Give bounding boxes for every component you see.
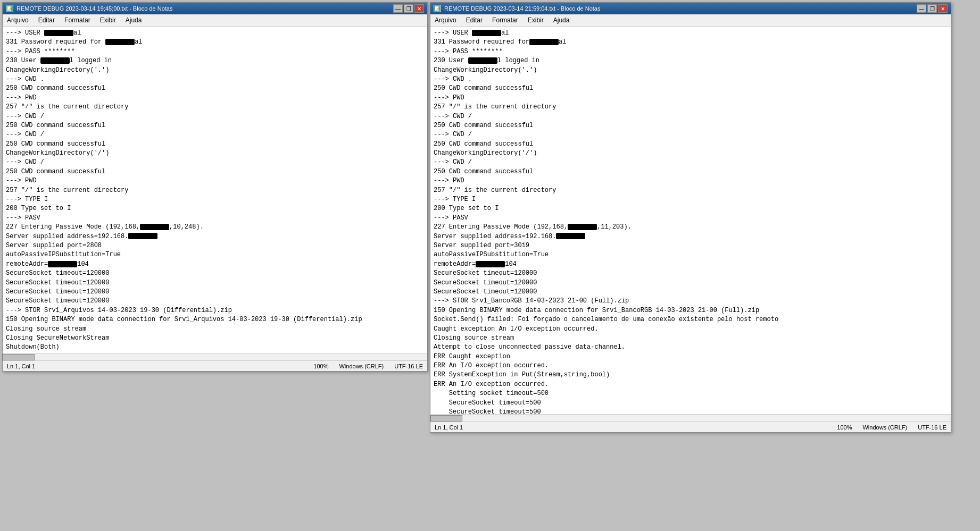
title-bar-left: 📝 REMOTE DEBUG 2023-03-14 19;45;00.txt -… [3, 3, 427, 14]
menu-ajuda-right[interactable]: Ajuda [551, 15, 572, 25]
menu-exibir-left[interactable]: Exibir [98, 15, 118, 25]
menu-ajuda-left[interactable]: Ajuda [123, 15, 144, 25]
line-ending-right: Windows (CRLF) [862, 424, 907, 431]
zoom-left: 100% [313, 363, 328, 369]
line-ending-left: Windows (CRLF) [339, 363, 384, 369]
maximize-button-left[interactable]: ❐ [404, 4, 413, 13]
window-title-right: REMOTE DEBUG 2023-03-14 21;59;04.txt - B… [444, 5, 600, 12]
menu-bar-right: Arquivo Editar Formatar Exibir Ajuda [430, 14, 951, 27]
notepad-window-left: 📝 REMOTE DEBUG 2023-03-14 19;45;00.txt -… [2, 2, 428, 372]
scrollbar-horizontal-right[interactable] [430, 414, 951, 422]
status-bar-right: Ln 1, Col 1 100% Windows (CRLF) UTF-16 L… [430, 422, 951, 432]
menu-exibir-right[interactable]: Exibir [526, 15, 546, 25]
menu-arquivo-right[interactable]: Arquivo [433, 15, 459, 25]
text-content-left[interactable]: ---> USER al 331 Password required for a… [3, 27, 427, 353]
notepad-icon-right: 📝 [434, 5, 441, 12]
menu-bar-left: Arquivo Editar Formatar Exibir Ajuda [3, 14, 427, 27]
menu-arquivo-left[interactable]: Arquivo [5, 15, 31, 25]
scrollbar-thumb-left[interactable] [3, 354, 35, 360]
menu-editar-left[interactable]: Editar [36, 15, 57, 25]
zoom-right: 100% [837, 424, 852, 431]
notepad-window-right: 📝 REMOTE DEBUG 2023-03-14 21;59;04.txt -… [430, 2, 951, 433]
close-button-right[interactable]: ✕ [938, 4, 948, 13]
window-title-left: REMOTE DEBUG 2023-03-14 19;45;00.txt - B… [16, 5, 172, 12]
text-area-container-left: ---> USER al 331 Password required for a… [3, 27, 427, 353]
ln-col-right: Ln 1, Col 1 [435, 424, 826, 431]
menu-formatar-left[interactable]: Formatar [62, 15, 93, 25]
scrollbar-horizontal-left[interactable] [3, 353, 427, 360]
text-content-right[interactable]: ---> USER al 331 Password required foral… [430, 27, 951, 414]
scrollbar-thumb-right[interactable] [430, 415, 462, 422]
encoding-right: UTF-16 LE [918, 424, 946, 431]
title-bar-right: 📝 REMOTE DEBUG 2023-03-14 21;59;04.txt -… [430, 3, 951, 14]
minimize-button-left[interactable]: — [393, 4, 403, 13]
close-button-left[interactable]: ✕ [414, 4, 424, 13]
notepad-icon-left: 📝 [6, 5, 13, 12]
menu-formatar-right[interactable]: Formatar [490, 15, 520, 25]
text-area-container-right: ---> USER al 331 Password required foral… [430, 27, 951, 414]
menu-editar-right[interactable]: Editar [464, 15, 485, 25]
status-bar-left: Ln 1, Col 1 100% Windows (CRLF) UTF-16 L… [3, 360, 427, 371]
encoding-left: UTF-16 LE [394, 363, 423, 369]
minimize-button-right[interactable]: — [917, 4, 926, 13]
maximize-button-right[interactable]: ❐ [927, 4, 937, 13]
ln-col-left: Ln 1, Col 1 [7, 363, 303, 369]
